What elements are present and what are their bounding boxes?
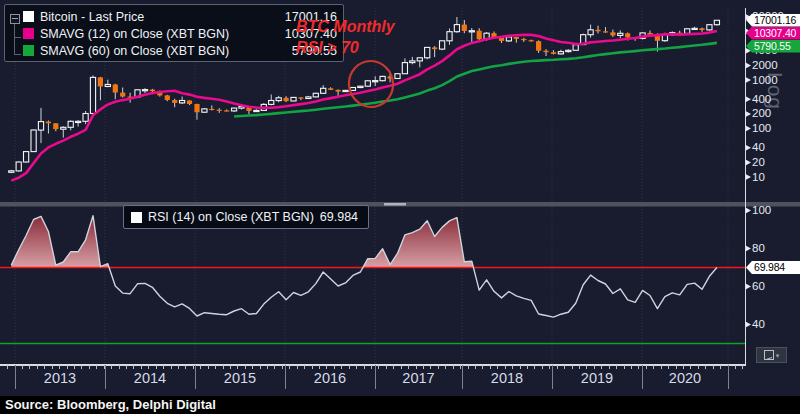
tree-branch <box>15 54 21 55</box>
annotation-line1: BTC Monthly <box>296 16 395 37</box>
annotation-line2: RSI > 70 <box>296 37 395 58</box>
last-price-swatch <box>23 11 34 22</box>
rsi-swatch <box>131 212 142 223</box>
legend-row-last-price[interactable]: Bitcoin - Last Price 17001.16 <box>23 8 337 25</box>
main-legend[interactable]: Bitcoin - Last Price 17001.16 SMAVG (12)… <box>4 4 344 62</box>
legend-collapse-tree-icon[interactable] <box>10 11 22 57</box>
smavg60-tag: 5790.55 <box>746 40 800 53</box>
bloomberg-btc-chart: Bitcoin - Last Price 17001.16 SMAVG (12)… <box>0 0 800 414</box>
tree-branch <box>15 37 21 38</box>
legend-label: Bitcoin - Last Price <box>40 10 144 24</box>
rsi-legend-value: 69.984 <box>320 210 358 224</box>
dropdown-caret-icon: ▾ <box>776 352 780 359</box>
chart-options-icon <box>764 350 774 360</box>
source-bar: Source: Bloomberg, Delphi Digital <box>0 396 800 414</box>
rsi-legend-label: RSI (14) on Close (XBT BGN) <box>148 210 314 224</box>
rsi-value-tag: 69.984 <box>746 261 800 274</box>
chart-options-button[interactable]: ▾ <box>756 347 787 363</box>
tree-line <box>14 24 15 55</box>
source-text: Source: Bloomberg, Delphi Digital <box>0 396 800 414</box>
smavg12-swatch <box>23 28 34 39</box>
collapse-minus-icon[interactable] <box>10 14 20 24</box>
rsi-legend[interactable]: RSI (14) on Close (XBT BGN) 69.984 <box>123 205 369 229</box>
chart-plot-area[interactable] <box>0 0 800 414</box>
smavg60-swatch <box>23 45 34 56</box>
log-scale-label[interactable]: Log <box>763 72 787 110</box>
legend-label: SMAVG (60) on Close (XBT BGN) <box>40 44 229 58</box>
legend-label: SMAVG (12) on Close (XBT BGN) <box>40 27 229 41</box>
legend-row-smavg12[interactable]: SMAVG (12) on Close (XBT BGN) 10307.40 <box>23 25 337 42</box>
last-price-tag: 17001.16 <box>746 14 800 27</box>
smavg12-tag: 10307.40 <box>746 27 800 40</box>
annotation-text: BTC Monthly RSI > 70 <box>296 16 395 58</box>
legend-row-smavg60[interactable]: SMAVG (60) on Close (XBT BGN) 5790.55 <box>23 42 337 59</box>
